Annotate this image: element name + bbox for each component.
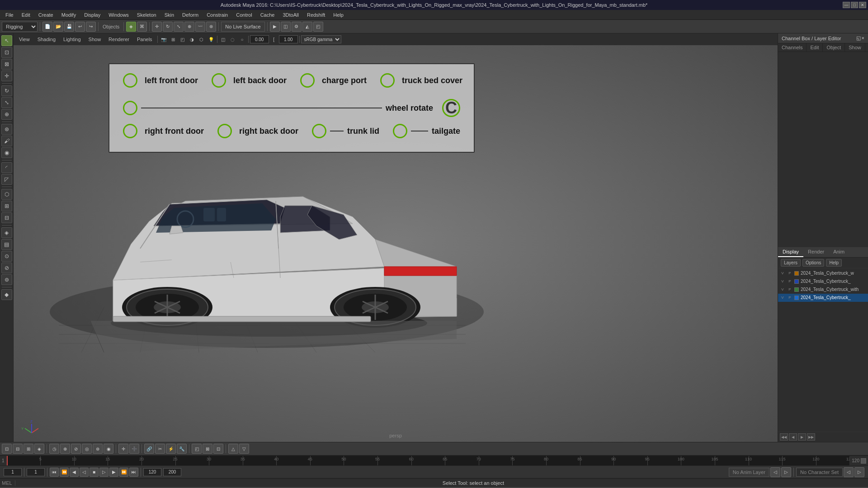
panel-close-button[interactable]: ×	[862, 35, 864, 41]
rig-circle-wheel-rotate[interactable]	[123, 101, 137, 115]
transform-button[interactable]: ⊕	[184, 22, 194, 32]
lasso-select-button[interactable]: ⌘	[137, 22, 147, 32]
move-tool-button[interactable]: ✛	[1, 70, 12, 81]
layer-ref-2[interactable]: P	[787, 279, 793, 284]
tb2-btn-21[interactable]: ▽	[239, 444, 249, 454]
tb2-btn-14[interactable]: ✂	[155, 444, 165, 454]
menu-3dtoall[interactable]: 3DtoAll	[279, 11, 302, 19]
pb-prev-frame-button[interactable]: ◀	[70, 468, 79, 477]
vp-bracket-button[interactable]: [	[269, 35, 278, 44]
layer-nav-next[interactable]: ▶	[798, 433, 806, 441]
hypershade-button[interactable]: ◭	[302, 22, 312, 32]
range-max-input[interactable]	[163, 468, 181, 476]
layer-item-selected[interactable]: V P 2024_Tesla_Cybertruck_	[778, 294, 868, 302]
misc-tool-button3[interactable]: ⊚	[1, 274, 12, 285]
menu-constrain[interactable]: Constrain	[203, 11, 231, 19]
vp-input-1[interactable]	[250, 35, 269, 43]
rig-circle-truck-bed-cover[interactable]	[380, 73, 395, 88]
tab-render[interactable]: Render	[803, 247, 829, 257]
c-letter-control[interactable]: C	[442, 99, 460, 117]
rig-circle-left-front-door[interactable]	[123, 73, 137, 88]
tb2-btn-11[interactable]: ✛	[118, 444, 128, 454]
show-manip-button[interactable]: ⊛	[206, 22, 216, 32]
anim-layer-btn-1[interactable]: ◁	[770, 467, 780, 477]
ipr-render-button[interactable]: ◫	[281, 22, 291, 32]
rotate-button[interactable]: ↻	[163, 22, 173, 32]
tab-channels[interactable]: Channels	[778, 43, 807, 52]
show-hide-button[interactable]: ◉	[1, 147, 12, 158]
rig-circle-right-back-door[interactable]	[217, 124, 232, 138]
pb-stop-button[interactable]: ■	[90, 468, 99, 477]
menu-windows[interactable]: Windows	[105, 11, 132, 19]
soft-modify-button[interactable]: 〰	[195, 22, 205, 32]
save-scene-button[interactable]: 💾	[64, 22, 74, 32]
layer-tool-button[interactable]: ▤	[1, 239, 12, 250]
menu-help[interactable]: Help	[330, 11, 347, 19]
tb2-btn-13[interactable]: 🔗	[144, 444, 154, 454]
vp-grid-button[interactable]: ⊞	[169, 35, 178, 44]
marker-frame-input[interactable]	[27, 468, 45, 476]
tab-edit[interactable]: Edit	[807, 43, 823, 52]
layer-nav-start[interactable]: ◀◀	[780, 433, 788, 441]
tab-object[interactable]: Object	[823, 43, 845, 52]
anim-layer-btn-2[interactable]: ▷	[781, 467, 791, 477]
misc-tool-button2[interactable]: ⊘	[1, 263, 12, 273]
vp-menu-panels[interactable]: Panels	[133, 36, 156, 43]
menu-control[interactable]: Control	[232, 11, 255, 19]
vp-sel-mask-button[interactable]: ◫	[219, 35, 228, 44]
layer-item[interactable]: V P 2024_Tesla_Cybertruck_w	[778, 269, 868, 277]
render-region-button[interactable]: ◰	[313, 22, 323, 32]
rig-circle-charge-port[interactable]	[300, 73, 315, 88]
layers-button[interactable]: Layers	[781, 259, 801, 267]
layer-vis-4[interactable]: V	[780, 295, 785, 300]
pb-play-back-button[interactable]: ◁	[80, 468, 89, 477]
tb2-btn-8[interactable]: ◎	[82, 444, 92, 454]
tb2-btn-20[interactable]: △	[228, 444, 238, 454]
render-settings-button[interactable]: ⚙	[292, 22, 302, 32]
layer-nav-prev[interactable]: ◀	[789, 433, 797, 441]
paint-select-button[interactable]: ⊠	[1, 59, 12, 70]
menu-create[interactable]: Create	[35, 11, 57, 19]
scale-button[interactable]: ⤡	[174, 22, 184, 32]
mel-input[interactable]	[17, 480, 441, 486]
vp-menu-lighting[interactable]: Lighting	[60, 36, 85, 43]
char-set-btn-1[interactable]: ◁	[844, 467, 854, 477]
render-seq-button[interactable]: ▶	[270, 22, 280, 32]
layer-item[interactable]: V P 2024_Tesla_Cybertruck_with	[778, 286, 868, 294]
extra-tool-1[interactable]: ◆	[1, 289, 12, 300]
vp-menu-show[interactable]: Show	[85, 36, 105, 43]
vp-camera-button[interactable]: 📷	[159, 35, 168, 44]
timeline-end-handle[interactable]	[861, 458, 866, 464]
undo-button[interactable]: ↩	[75, 22, 85, 32]
pb-play-forward-button[interactable]: ▷	[99, 468, 108, 477]
misc-tool-button[interactable]: ⊙	[1, 251, 12, 262]
tb2-btn-1[interactable]: ⊡	[2, 444, 12, 454]
tab-display[interactable]: Display	[778, 247, 803, 257]
restore-button[interactable]: □	[851, 2, 858, 8]
new-scene-button[interactable]: 📄	[42, 22, 52, 32]
rig-circle-trunk-lid[interactable]	[312, 124, 326, 138]
soft-mod-button[interactable]: ⊛	[1, 124, 12, 135]
tb2-btn-3[interactable]: ⊞	[24, 444, 33, 454]
select-by-hierarchy-button[interactable]: ◈	[126, 22, 136, 32]
tab-show[interactable]: Show	[845, 43, 865, 52]
viewport-area[interactable]: View Shading Lighting Show Renderer Pane…	[14, 33, 778, 442]
rig-circle-tailgate[interactable]	[393, 124, 407, 138]
select-tool-button[interactable]: ↖	[1, 35, 12, 46]
pb-next-frame-button[interactable]: ▶	[109, 468, 118, 477]
pb-step-forward-button[interactable]: ⏩	[119, 468, 128, 477]
deform-tool-button[interactable]: ◈	[1, 227, 12, 238]
vp-wireframe-button[interactable]: ◰	[178, 35, 187, 44]
menu-deform[interactable]: Deform	[179, 11, 202, 19]
vp-menu-renderer[interactable]: Renderer	[105, 36, 133, 43]
vp-lights-button[interactable]: 💡	[207, 35, 216, 44]
vp-textured-button[interactable]: ⬡	[197, 35, 206, 44]
tb2-btn-16[interactable]: 🔧	[177, 444, 187, 454]
grid-tool-button[interactable]: ⊞	[1, 201, 12, 211]
tb2-btn-18[interactable]: ⊠	[203, 444, 212, 454]
char-set-btn-2[interactable]: ▷	[854, 467, 864, 477]
tb2-btn-2[interactable]: ⊟	[13, 444, 23, 454]
tb2-btn-12[interactable]: ➕	[129, 444, 139, 454]
layer-vis-2[interactable]: V	[780, 279, 785, 284]
vp-smooth-button[interactable]: ◌	[228, 35, 237, 44]
